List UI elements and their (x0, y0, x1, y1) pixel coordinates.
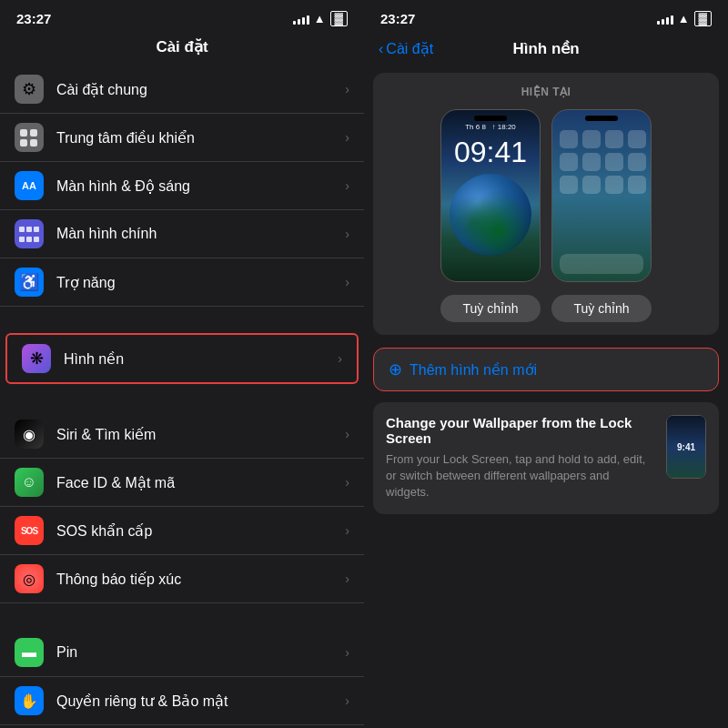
settings-item-man-hinh-chinh[interactable]: Màn hình chính › (0, 210, 364, 258)
settings-item-sos[interactable]: SOS SOS khẩn cấp › (0, 507, 364, 555)
chevron-hinh-nen: › (338, 351, 342, 366)
tip-title: Change your Wallpaper from the Lock Scre… (386, 415, 655, 446)
earth-image (450, 174, 531, 256)
label-cai-dat-chung: Cài đặt chung (56, 81, 345, 98)
tip-section: Change your Wallpaper from the Lock Scre… (373, 402, 719, 514)
label-tro-nang: Trợ năng (56, 274, 345, 291)
separator-1 (0, 307, 364, 332)
separator-2 (0, 385, 364, 410)
app-icon-2 (582, 130, 601, 148)
icon-man-hinh-chinh (15, 219, 44, 248)
label-face-id: Face ID & Mật mã (56, 474, 345, 491)
tip-phone-mini: 9:41 (666, 415, 706, 479)
app-icon-12 (628, 176, 646, 194)
status-icons-right: ▲ ▓ (657, 11, 712, 26)
label-man-hinh-do-sang: Màn hình & Độ sáng (56, 177, 345, 195)
app-icon-6 (582, 153, 601, 171)
label-siri: Siri & Tìm kiếm (56, 426, 345, 443)
wifi-icon-right: ▲ (678, 12, 690, 25)
settings-item-hinh-nen[interactable]: ❋ Hình nền › (5, 333, 359, 384)
icon-quyen: ✋ (15, 686, 44, 715)
lock-screen-time: 09:41 (441, 136, 540, 169)
app-icon-8 (628, 153, 646, 171)
home-screen-notch (585, 116, 618, 121)
app-icon-3 (605, 130, 623, 148)
right-header: ‹ Cài đặt Hình nền (364, 32, 728, 66)
settings-item-man-hinh-do-sang[interactable]: AA Màn hình & Độ sáng › (0, 162, 364, 210)
tip-phone-mini-time: 9:41 (677, 442, 695, 452)
icon-pin: ▬ (15, 638, 44, 667)
separator-3 (0, 603, 364, 629)
chevron-trung-tam: › (345, 130, 349, 145)
chevron-sos: › (345, 523, 349, 538)
chevron-tro-nang: › (345, 275, 349, 289)
settings-item-pin[interactable]: ▬ Pin › (0, 629, 364, 677)
right-page-title: Hình nền (433, 39, 659, 58)
back-label: Cài đặt (386, 40, 433, 57)
label-man-hinh-chinh: Màn hình chính (56, 226, 345, 242)
label-pin: Pin (56, 644, 345, 661)
settings-list: ⚙ Cài đặt chung › Trung tâm điều khiển ›… (0, 66, 364, 728)
chevron-man-hinh-do-sang: › (345, 178, 349, 193)
icon-siri: ◉ (15, 420, 44, 449)
page-title-left: Cài đặt (0, 32, 364, 66)
settings-item-thong-bao[interactable]: ◎ Thông báo tiếp xúc › (0, 555, 364, 603)
customize-buttons: Tuỳ chỉnh Tuỳ chỉnh (386, 295, 706, 322)
plus-circle-icon: ⊕ (389, 359, 402, 379)
icon-hinh-nen: ❋ (22, 344, 51, 373)
app-icon-5 (560, 153, 578, 171)
wallpaper-previews: Th 6 8 ↑ 18:20 09:41 (386, 109, 706, 282)
customize-btn-lock[interactable]: Tuỳ chỉnh (440, 295, 541, 322)
app-icons-grid (560, 130, 643, 194)
right-panel: 23:27 ▲ ▓ ‹ Cài đặt Hình nền HIỆN TẠI Th (364, 0, 728, 728)
app-icon-1 (560, 130, 578, 148)
lock-screen-preview[interactable]: Th 6 8 ↑ 18:20 09:41 (440, 109, 541, 282)
icon-cai-dat-chung: ⚙ (15, 75, 44, 104)
status-bar-right: 23:27 ▲ ▓ (364, 0, 728, 32)
home-screen-preview[interactable] (551, 109, 652, 282)
battery-icon-right: ▓ (694, 11, 712, 26)
settings-item-siri[interactable]: ◉ Siri & Tìm kiếm › (0, 410, 364, 459)
label-quyen: Quyền riêng tư & Bảo mật (56, 693, 345, 710)
add-wallpaper-label: Thêm hình nền mới (410, 361, 537, 379)
status-icons-left: ▲ ▓ (293, 11, 348, 26)
lock-screen-notch (474, 116, 507, 121)
signal-icon-left (293, 14, 309, 25)
icon-sos: SOS (15, 516, 44, 545)
settings-item-tro-nang[interactable]: ♿ Trợ năng › (0, 258, 364, 307)
settings-item-quyen[interactable]: ✋ Quyền riêng tư & Bảo mật › (0, 677, 364, 725)
wallpaper-section: HIỆN TẠI Th 6 8 ↑ 18:20 09:41 (373, 73, 719, 335)
app-icon-7 (605, 153, 623, 171)
label-trung-tam: Trung tâm điều khiển (56, 129, 345, 147)
add-wallpaper-section: ⊕ Thêm hình nền mới (373, 348, 719, 391)
left-panel: 23:27 ▲ ▓ Cài đặt ⚙ Cài đặt chung › (0, 0, 364, 728)
back-chevron-icon: ‹ (379, 41, 383, 57)
chevron-siri: › (345, 427, 349, 441)
lock-screen-date: Th 6 8 ↑ 18:20 (441, 123, 540, 131)
settings-item-trung-tam[interactable]: Trung tâm điều khiển › (0, 114, 364, 162)
chevron-pin: › (345, 645, 349, 660)
add-wallpaper-button[interactable]: ⊕ Thêm hình nền mới (373, 348, 719, 391)
home-screen-dock (560, 254, 643, 274)
chevron-quyen: › (345, 693, 349, 708)
chevron-thong-bao: › (345, 571, 349, 586)
tip-body: From your Lock Screen, tap and hold to a… (386, 451, 655, 501)
back-button[interactable]: ‹ Cài đặt (379, 40, 433, 57)
label-thong-bao: Thông báo tiếp xúc (56, 571, 345, 588)
chevron-cai-dat-chung: › (345, 82, 349, 96)
battery-icon-left: ▓ (330, 11, 348, 26)
customize-btn-home[interactable]: Tuỳ chỉnh (551, 295, 652, 322)
section-label-hien-tai: HIỆN TẠI (386, 86, 706, 98)
app-icon-9 (560, 176, 578, 194)
time-left: 23:27 (16, 11, 51, 26)
wifi-icon-left: ▲ (314, 12, 326, 25)
settings-item-face-id[interactable]: ☺ Face ID & Mật mã › (0, 459, 364, 507)
icon-tro-nang: ♿ (15, 268, 44, 297)
label-hinh-nen: Hình nền (64, 350, 338, 368)
status-bar-left: 23:27 ▲ ▓ (0, 0, 364, 32)
icon-trung-tam (15, 123, 44, 152)
app-icon-11 (605, 176, 623, 194)
label-sos: SOS khẩn cấp (56, 522, 345, 540)
app-icon-10 (582, 176, 601, 194)
settings-item-cai-dat-chung[interactable]: ⚙ Cài đặt chung › (0, 66, 364, 114)
